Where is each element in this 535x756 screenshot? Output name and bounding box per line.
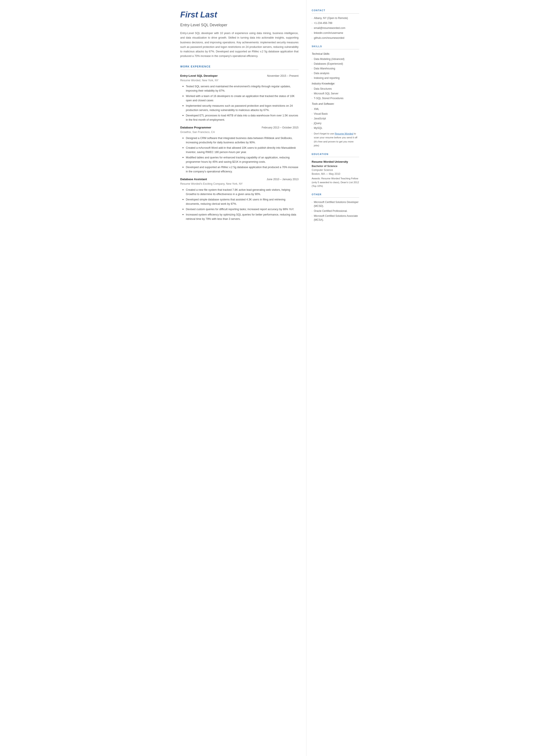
work-experience-heading: WORK EXPERIENCE bbox=[180, 65, 299, 70]
other-1: Microsoft Certified Solutions Developer … bbox=[312, 200, 359, 208]
job-dates-3: June 2010 – January 2013 bbox=[267, 177, 298, 182]
contact-email: email@resumeworded.com bbox=[312, 26, 359, 30]
skill-2: Databases (Experienced) bbox=[312, 62, 359, 66]
industry-1: Data Structures bbox=[312, 87, 359, 91]
job-header-1: Entry-Level SQL Developer November 2015 … bbox=[180, 74, 299, 78]
job-title-1: Entry-Level SQL Developer bbox=[180, 74, 218, 78]
job-title-3: Database Assistant bbox=[180, 177, 207, 182]
skill-3: Data Warehousing bbox=[312, 67, 359, 70]
left-column: First Last Entry-Level SQL Developer Ent… bbox=[171, 0, 306, 756]
edu-degree: Bachelor of Science bbox=[312, 164, 359, 168]
bullet-2-4: Developed and supported an RWec v.2 5g d… bbox=[183, 165, 299, 174]
other-3: Microsoft Certified Solutions Associate … bbox=[312, 214, 359, 222]
other-list: Microsoft Certified Solutions Developer … bbox=[312, 200, 359, 222]
other-2: Oracle Certified Professional. bbox=[312, 209, 359, 213]
skill-4: Data analysis bbox=[312, 71, 359, 75]
job-header-2: Database Programmer February 2013 – Octo… bbox=[180, 126, 299, 130]
edu-awards: Awards: Resume Worded Teaching Fellow (o… bbox=[312, 177, 359, 188]
contact-linkedin: linkedin.com/in/username bbox=[312, 31, 359, 35]
bullet-3-1: Created a new file system that tracked 7… bbox=[183, 188, 299, 196]
bullet-1-4: Developed ETL processes to load 46TB of … bbox=[183, 113, 299, 122]
job-bullets-3: Created a new file system that tracked 7… bbox=[180, 188, 299, 221]
job-title-2: Database Programmer bbox=[180, 126, 211, 130]
job-header-3: Database Assistant June 2010 – January 2… bbox=[180, 177, 299, 182]
job-entry-3: Database Assistant June 2010 – January 2… bbox=[180, 177, 299, 221]
bullet-2-3: Modified tables and queries for enhanced… bbox=[183, 155, 299, 164]
skills-heading: SKILLS bbox=[312, 44, 359, 49]
industry-knowledge-list: Data Structures Microsoft SQL Server T-S… bbox=[312, 87, 359, 100]
summary-text: Entry-Level SQL developer with 10 years … bbox=[180, 31, 299, 59]
job-company-1: Resume Worded, New York, NY bbox=[180, 78, 299, 83]
tool-1: XML bbox=[312, 107, 359, 111]
bullet-3-3: Devised custom queries for difficult rep… bbox=[183, 207, 299, 211]
skills-section: SKILLS Technical Skills: Data Modeling (… bbox=[312, 44, 359, 148]
bullet-1-2: Worked with a team of 16 developers to c… bbox=[183, 94, 299, 102]
job-entry-1: Entry-Level SQL Developer November 2015 … bbox=[180, 74, 299, 122]
skill-1: Data Modeling (Advanced) bbox=[312, 57, 359, 61]
tool-4: jQuery bbox=[312, 121, 359, 125]
technical-skills-list: Data Modeling (Advanced) Databases (Expe… bbox=[312, 57, 359, 80]
rw-note: Don't forget to use Resume Worded to sca… bbox=[312, 132, 359, 148]
job-dates-1: November 2015 – Present bbox=[267, 74, 299, 78]
skill-5: Indexing and reporting bbox=[312, 76, 359, 80]
contact-location: Albany, NY (Open to Remote) bbox=[312, 16, 359, 20]
job-bullets-2: Designed a CRM software that integrated … bbox=[180, 136, 299, 174]
tools-list: XML Visual Basic JavaScript jQuery MySQL bbox=[312, 107, 359, 130]
tool-5: MySQL bbox=[312, 126, 359, 130]
industry-knowledge-label: Industry Knowledge: bbox=[312, 82, 359, 86]
rw-note-prefix: Don't forget to use bbox=[314, 132, 335, 135]
tools-label: Tools and Software: bbox=[312, 102, 359, 106]
education-heading: EDUCATION bbox=[312, 153, 359, 157]
contact-list: Albany, NY (Open to Remote) +1-234-456-7… bbox=[312, 16, 359, 40]
job-company-2: Growthsi, San Francisco, CA bbox=[180, 130, 299, 134]
contact-heading: CONTACT bbox=[312, 9, 359, 14]
right-column: CONTACT Albany, NY (Open to Remote) +1-2… bbox=[306, 0, 365, 756]
candidate-name: First Last bbox=[180, 9, 299, 21]
bullet-2-2: Created a mAcrosoft Word add-in that all… bbox=[183, 146, 299, 154]
rw-link[interactable]: Resume Worded bbox=[335, 132, 353, 135]
bullet-1-3: Implemented security measures such as pa… bbox=[183, 104, 299, 112]
bullet-2-1: Designed a CRM software that integrated … bbox=[183, 136, 299, 145]
edu-field: Computer Science bbox=[312, 168, 359, 172]
technical-skills-label: Technical Skills: bbox=[312, 52, 359, 56]
bullet-1-1: Tested SQL servers and maintained the en… bbox=[183, 84, 299, 93]
contact-phone: +1-234-456-789 bbox=[312, 21, 359, 25]
other-heading: OTHER bbox=[312, 193, 359, 198]
job-bullets-1: Tested SQL servers and maintained the en… bbox=[180, 84, 299, 122]
industry-2: Microsoft SQL Server bbox=[312, 92, 359, 96]
other-section: OTHER Microsoft Certified Solutions Deve… bbox=[312, 193, 359, 222]
education-section: EDUCATION Resume Worded University Bache… bbox=[312, 153, 359, 188]
tool-2: Visual Basic bbox=[312, 112, 359, 116]
job-entry-2: Database Programmer February 2013 – Octo… bbox=[180, 126, 299, 174]
tool-3: JavaScript bbox=[312, 117, 359, 121]
job-dates-2: February 2013 – October 2015 bbox=[262, 126, 299, 130]
job-title: Entry-Level SQL Developer bbox=[180, 22, 299, 28]
bullet-3-2: Developed simple database systems that a… bbox=[183, 197, 299, 206]
contact-github: github.com/resumeworded bbox=[312, 36, 359, 40]
job-company-3: Resume Worded's Exciting Company, New Yo… bbox=[180, 182, 299, 186]
resume-page: First Last Entry-Level SQL Developer Ent… bbox=[171, 0, 365, 756]
contact-section: CONTACT Albany, NY (Open to Remote) +1-2… bbox=[312, 9, 359, 40]
industry-3: T-SQL Stored Procedures bbox=[312, 96, 359, 100]
edu-location: Boston, MA — May 2010 bbox=[312, 172, 359, 176]
edu-school: Resume Worded University bbox=[312, 160, 359, 164]
bullet-3-4: Increased system efficiency by optimizin… bbox=[183, 212, 299, 221]
